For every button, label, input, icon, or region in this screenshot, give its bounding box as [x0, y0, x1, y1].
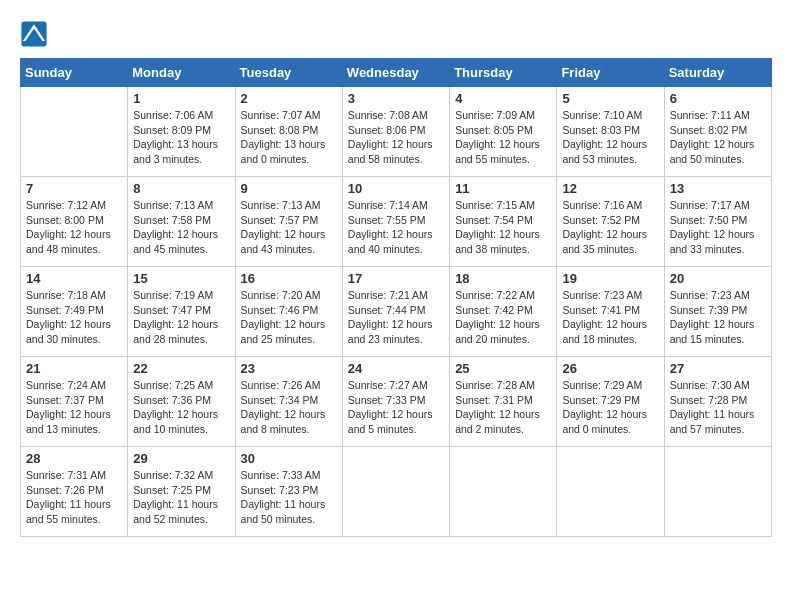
sunset-text: Sunset: 7:50 PM: [670, 214, 748, 226]
calendar-cell-2-4: 10Sunrise: 7:14 AMSunset: 7:55 PMDayligh…: [342, 177, 449, 267]
daylight-minutes: and 28 minutes.: [133, 333, 208, 345]
sunrise-text: Sunrise: 7:25 AM: [133, 379, 213, 391]
daylight-hours: Daylight: 12 hours: [348, 318, 433, 330]
cell-content: Sunrise: 7:21 AMSunset: 7:44 PMDaylight:…: [348, 288, 444, 347]
cell-content: Sunrise: 7:25 AMSunset: 7:36 PMDaylight:…: [133, 378, 229, 437]
sunset-text: Sunset: 7:29 PM: [562, 394, 640, 406]
cell-content: Sunrise: 7:20 AMSunset: 7:46 PMDaylight:…: [241, 288, 337, 347]
daylight-minutes: and 53 minutes.: [562, 153, 637, 165]
daylight-minutes: and 10 minutes.: [133, 423, 208, 435]
daylight-hours: Daylight: 13 hours: [133, 138, 218, 150]
cell-content: Sunrise: 7:12 AMSunset: 8:00 PMDaylight:…: [26, 198, 122, 257]
day-number: 9: [241, 181, 337, 196]
cell-content: Sunrise: 7:23 AMSunset: 7:41 PMDaylight:…: [562, 288, 658, 347]
cell-content: Sunrise: 7:30 AMSunset: 7:28 PMDaylight:…: [670, 378, 766, 437]
sunset-text: Sunset: 8:09 PM: [133, 124, 211, 136]
col-header-thursday: Thursday: [450, 59, 557, 87]
daylight-hours: Daylight: 12 hours: [562, 138, 647, 150]
daylight-hours: Daylight: 12 hours: [455, 318, 540, 330]
daylight-hours: Daylight: 12 hours: [455, 138, 540, 150]
sunrise-text: Sunrise: 7:15 AM: [455, 199, 535, 211]
calendar-week-2: 7Sunrise: 7:12 AMSunset: 8:00 PMDaylight…: [21, 177, 772, 267]
calendar-cell-5-3: 30Sunrise: 7:33 AMSunset: 7:23 PMDayligh…: [235, 447, 342, 537]
sunrise-text: Sunrise: 7:06 AM: [133, 109, 213, 121]
day-number: 26: [562, 361, 658, 376]
daylight-minutes: and 52 minutes.: [133, 513, 208, 525]
daylight-hours: Daylight: 12 hours: [241, 318, 326, 330]
sunset-text: Sunset: 7:52 PM: [562, 214, 640, 226]
cell-content: Sunrise: 7:22 AMSunset: 7:42 PMDaylight:…: [455, 288, 551, 347]
daylight-minutes: and 48 minutes.: [26, 243, 101, 255]
calendar-cell-5-7: [664, 447, 771, 537]
day-number: 10: [348, 181, 444, 196]
calendar-cell-4-5: 25Sunrise: 7:28 AMSunset: 7:31 PMDayligh…: [450, 357, 557, 447]
calendar-cell-4-4: 24Sunrise: 7:27 AMSunset: 7:33 PMDayligh…: [342, 357, 449, 447]
calendar-cell-3-2: 15Sunrise: 7:19 AMSunset: 7:47 PMDayligh…: [128, 267, 235, 357]
daylight-hours: Daylight: 12 hours: [348, 138, 433, 150]
daylight-minutes: and 23 minutes.: [348, 333, 423, 345]
sunset-text: Sunset: 7:23 PM: [241, 484, 319, 496]
calendar-cell-3-5: 18Sunrise: 7:22 AMSunset: 7:42 PMDayligh…: [450, 267, 557, 357]
day-number: 28: [26, 451, 122, 466]
sunrise-text: Sunrise: 7:30 AM: [670, 379, 750, 391]
daylight-minutes: and 43 minutes.: [241, 243, 316, 255]
sunrise-text: Sunrise: 7:19 AM: [133, 289, 213, 301]
calendar-cell-5-4: [342, 447, 449, 537]
calendar-cell-1-1: [21, 87, 128, 177]
sunset-text: Sunset: 7:54 PM: [455, 214, 533, 226]
calendar-cell-3-1: 14Sunrise: 7:18 AMSunset: 7:49 PMDayligh…: [21, 267, 128, 357]
sunrise-text: Sunrise: 7:16 AM: [562, 199, 642, 211]
sunrise-text: Sunrise: 7:22 AM: [455, 289, 535, 301]
calendar-cell-3-7: 20Sunrise: 7:23 AMSunset: 7:39 PMDayligh…: [664, 267, 771, 357]
daylight-hours: Daylight: 12 hours: [348, 228, 433, 240]
day-number: 13: [670, 181, 766, 196]
daylight-hours: Daylight: 12 hours: [562, 318, 647, 330]
col-header-tuesday: Tuesday: [235, 59, 342, 87]
sunrise-text: Sunrise: 7:24 AM: [26, 379, 106, 391]
calendar-week-5: 28Sunrise: 7:31 AMSunset: 7:26 PMDayligh…: [21, 447, 772, 537]
calendar-cell-1-7: 6Sunrise: 7:11 AMSunset: 8:02 PMDaylight…: [664, 87, 771, 177]
sunrise-text: Sunrise: 7:11 AM: [670, 109, 750, 121]
cell-content: Sunrise: 7:27 AMSunset: 7:33 PMDaylight:…: [348, 378, 444, 437]
sunset-text: Sunset: 7:57 PM: [241, 214, 319, 226]
sunrise-text: Sunrise: 7:09 AM: [455, 109, 535, 121]
daylight-minutes: and 18 minutes.: [562, 333, 637, 345]
col-header-wednesday: Wednesday: [342, 59, 449, 87]
sunrise-text: Sunrise: 7:13 AM: [241, 199, 321, 211]
cell-content: Sunrise: 7:13 AMSunset: 7:57 PMDaylight:…: [241, 198, 337, 257]
day-number: 17: [348, 271, 444, 286]
col-header-friday: Friday: [557, 59, 664, 87]
cell-content: Sunrise: 7:19 AMSunset: 7:47 PMDaylight:…: [133, 288, 229, 347]
sunset-text: Sunset: 7:25 PM: [133, 484, 211, 496]
daylight-hours: Daylight: 12 hours: [348, 408, 433, 420]
sunrise-text: Sunrise: 7:07 AM: [241, 109, 321, 121]
daylight-minutes: and 33 minutes.: [670, 243, 745, 255]
sunset-text: Sunset: 7:33 PM: [348, 394, 426, 406]
cell-content: Sunrise: 7:18 AMSunset: 7:49 PMDaylight:…: [26, 288, 122, 347]
calendar-cell-1-3: 2Sunrise: 7:07 AMSunset: 8:08 PMDaylight…: [235, 87, 342, 177]
sunrise-text: Sunrise: 7:29 AM: [562, 379, 642, 391]
cell-content: Sunrise: 7:17 AMSunset: 7:50 PMDaylight:…: [670, 198, 766, 257]
day-number: 4: [455, 91, 551, 106]
day-number: 29: [133, 451, 229, 466]
daylight-hours: Daylight: 12 hours: [133, 228, 218, 240]
cell-content: Sunrise: 7:24 AMSunset: 7:37 PMDaylight:…: [26, 378, 122, 437]
sunset-text: Sunset: 7:36 PM: [133, 394, 211, 406]
calendar-cell-2-3: 9Sunrise: 7:13 AMSunset: 7:57 PMDaylight…: [235, 177, 342, 267]
sunset-text: Sunset: 8:02 PM: [670, 124, 748, 136]
sunset-text: Sunset: 7:31 PM: [455, 394, 533, 406]
sunrise-text: Sunrise: 7:26 AM: [241, 379, 321, 391]
cell-content: Sunrise: 7:08 AMSunset: 8:06 PMDaylight:…: [348, 108, 444, 167]
daylight-hours: Daylight: 12 hours: [562, 408, 647, 420]
daylight-minutes: and 55 minutes.: [455, 153, 530, 165]
sunset-text: Sunset: 7:58 PM: [133, 214, 211, 226]
day-number: 20: [670, 271, 766, 286]
sunrise-text: Sunrise: 7:31 AM: [26, 469, 106, 481]
sunset-text: Sunset: 7:37 PM: [26, 394, 104, 406]
daylight-hours: Daylight: 12 hours: [26, 408, 111, 420]
sunrise-text: Sunrise: 7:10 AM: [562, 109, 642, 121]
cell-content: Sunrise: 7:16 AMSunset: 7:52 PMDaylight:…: [562, 198, 658, 257]
calendar-cell-1-4: 3Sunrise: 7:08 AMSunset: 8:06 PMDaylight…: [342, 87, 449, 177]
calendar-cell-1-5: 4Sunrise: 7:09 AMSunset: 8:05 PMDaylight…: [450, 87, 557, 177]
daylight-minutes: and 55 minutes.: [26, 513, 101, 525]
